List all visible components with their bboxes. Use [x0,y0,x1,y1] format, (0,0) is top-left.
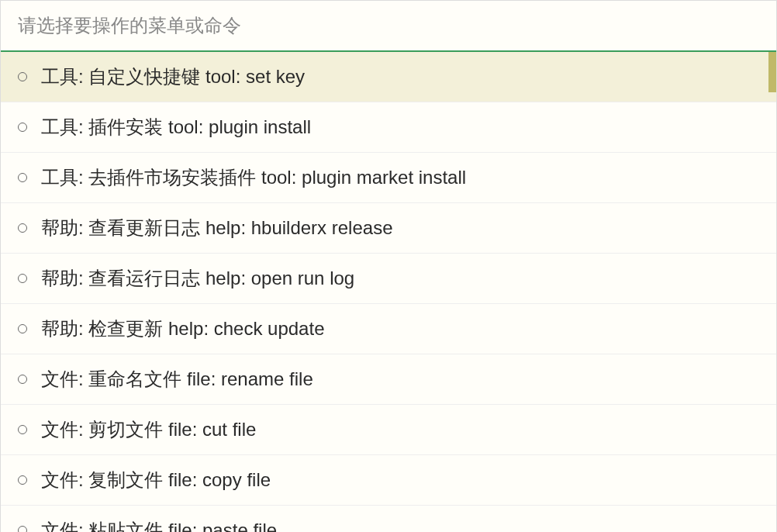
circle-bullet-icon [18,123,27,132]
command-item-label: 工具: 插件安装 tool: plugin install [41,115,311,140]
command-item[interactable]: 工具: 插件安装 tool: plugin install [1,102,776,153]
circle-bullet-icon [18,324,27,333]
circle-bullet-icon [18,425,27,434]
command-item[interactable]: 帮助: 检查更新 help: check update [1,304,776,354]
command-item[interactable]: 文件: 重命名文件 file: rename file [1,354,776,405]
command-item-label: 帮助: 查看运行日志 help: open run log [41,266,354,291]
command-item-label: 文件: 复制文件 file: copy file [41,468,271,492]
scroll-indicator[interactable] [768,52,776,92]
command-item-label: 工具: 自定义快捷键 tool: set key [41,64,305,89]
command-item[interactable]: 工具: 去插件市场安装插件 tool: plugin market instal… [1,153,776,203]
command-item-label: 帮助: 查看更新日志 help: hbuilderx release [41,216,393,240]
circle-bullet-icon [18,173,27,182]
command-item-label: 文件: 剪切文件 file: cut file [41,417,256,442]
command-item[interactable]: 文件: 复制文件 file: copy file [1,455,776,506]
circle-bullet-icon [18,223,27,233]
command-item[interactable]: 帮助: 查看运行日志 help: open run log [1,254,776,304]
command-item-label: 帮助: 检查更新 help: check update [41,316,324,341]
command-item[interactable]: 帮助: 查看更新日志 help: hbuilderx release [1,203,776,254]
command-palette: 工具: 自定义快捷键 tool: set key工具: 插件安装 tool: p… [0,0,777,532]
circle-bullet-icon [18,274,27,283]
command-item-label: 文件: 重命名文件 file: rename file [41,367,313,392]
command-item-label: 工具: 去插件市场安装插件 tool: plugin market instal… [41,165,466,190]
command-item[interactable]: 工具: 自定义快捷键 tool: set key [1,52,776,102]
command-item-label: 文件: 粘贴文件 file: paste file [41,518,277,532]
circle-bullet-icon [18,375,27,384]
command-item[interactable]: 文件: 粘贴文件 file: paste file [1,506,776,532]
circle-bullet-icon [18,72,27,81]
command-item[interactable]: 文件: 剪切文件 file: cut file [1,405,776,455]
command-list: 工具: 自定义快捷键 tool: set key工具: 插件安装 tool: p… [1,52,776,532]
circle-bullet-icon [18,526,27,532]
circle-bullet-icon [18,475,27,485]
command-list-wrapper: 工具: 自定义快捷键 tool: set key工具: 插件安装 tool: p… [1,52,776,532]
command-search-input[interactable] [1,1,776,50]
